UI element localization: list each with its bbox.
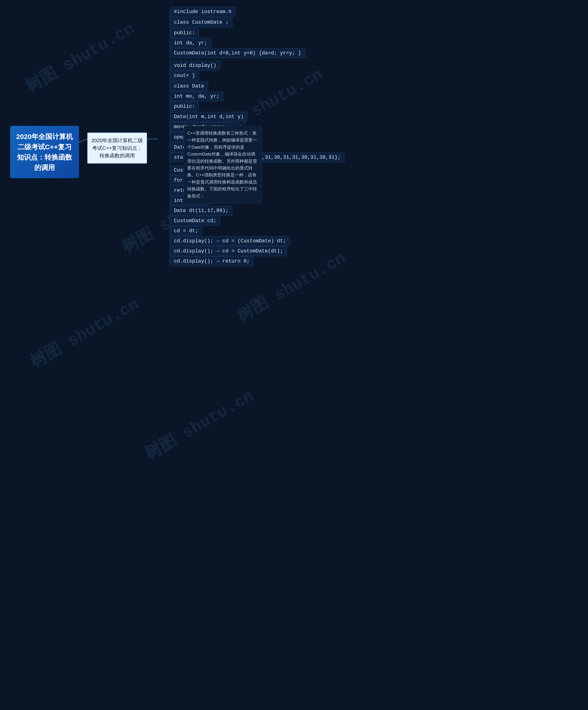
code-node-n5: CustomDate(int d=0,int y=0) {da=d; yr=y;… — [170, 48, 305, 58]
code-node-n2: class CustomDate ; — [170, 18, 232, 27]
code-node-n21: CustomDate cd; — [170, 216, 220, 226]
code-node-n25: cd.display(); → return 0; — [170, 256, 254, 266]
sub-topic-box: 2020年全国计算机二级考试C++复习知识点：转换函数的调用 — [87, 133, 147, 164]
code-node-n6: void display() — [170, 61, 220, 71]
description-box: C++里调用转换函数有三种形式：第一种是隐式转换，例如编译器需要一个Date对象… — [184, 126, 262, 204]
code-node-n23: cd.display(); → cd = (CustomDate) dt; — [170, 236, 290, 246]
watermark-1: 树图 shutu.cn — [21, 17, 138, 97]
code-node-n20: Date dt(11,17,89); — [170, 206, 232, 216]
watermark-5: 树图 shutu.cn — [141, 384, 257, 465]
code-node-n9: int mo, da, yr; — [170, 91, 223, 101]
code-node-n4: int da, yr; — [170, 38, 211, 48]
code-node-n3: public: — [170, 28, 199, 38]
code-node-n24: cd.display(); → cd = CustomDate(dt); — [170, 246, 287, 256]
svg-line-0 — [79, 139, 87, 142]
code-node-n22: cd = dt; — [170, 226, 202, 236]
main-topic-box: 2020年全国计算机二级考试C++复习知识点：转换函数的调用 — [10, 126, 79, 178]
code-node-n7: cout< } — [170, 71, 199, 80]
code-node-n10: public: — [170, 101, 199, 112]
code-node-n11: Date(int m,int d,int y) — [170, 112, 248, 122]
watermark-4: 树图 shutu.cn — [26, 292, 143, 373]
connector-lines — [0, 0, 588, 710]
code-node-n8: class Date — [170, 81, 208, 91]
code-node-n1: #include iostream.h — [170, 7, 235, 17]
